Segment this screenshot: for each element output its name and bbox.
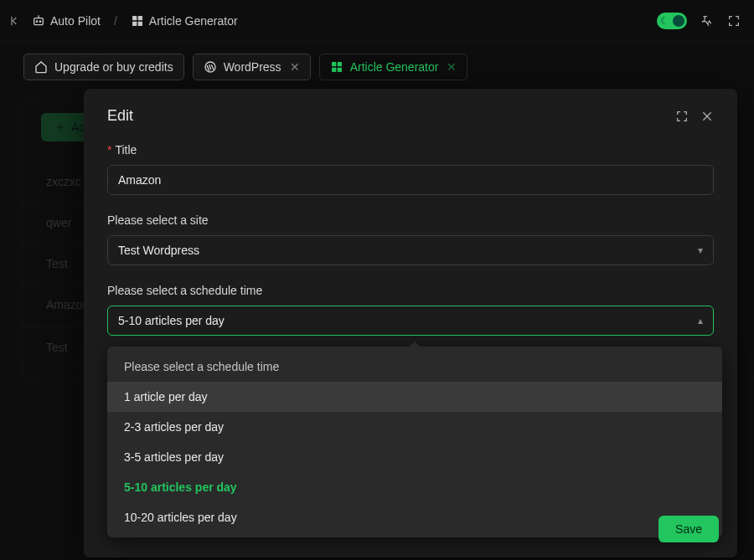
chevron-down-icon: ▾	[698, 244, 703, 256]
sidebar-collapse-icon[interactable]	[8, 14, 22, 28]
moon-icon: ☾	[660, 15, 669, 27]
title-input[interactable]	[107, 165, 714, 195]
svg-rect-10	[332, 68, 336, 72]
svg-rect-6	[137, 21, 142, 25]
tab-upgrade-label: Upgrade or buy credits	[54, 60, 173, 74]
language-icon[interactable]	[700, 14, 714, 28]
svg-rect-9	[337, 62, 341, 66]
breadcrumb-section-label: Article Generator	[149, 14, 238, 28]
dropdown-option[interactable]: 1 article per day	[107, 382, 722, 412]
breadcrumb: Auto Pilot / Article Generator	[8, 14, 238, 28]
svg-rect-0	[34, 18, 44, 24]
breadcrumb-root-label: Auto Pilot	[50, 14, 101, 28]
dropdown-option[interactable]: 2-3 articles per day	[107, 412, 722, 442]
svg-rect-4	[137, 16, 142, 20]
fullscreen-icon[interactable]	[727, 14, 741, 28]
grid-icon	[131, 14, 144, 28]
svg-rect-5	[132, 21, 137, 25]
close-icon[interactable]: ✕	[290, 60, 300, 74]
required-asterisk: *	[107, 143, 111, 157]
svg-rect-3	[132, 16, 137, 20]
dropdown-placeholder[interactable]: Please select a schedule time	[107, 352, 722, 382]
svg-point-1	[36, 21, 37, 22]
wordpress-icon	[204, 60, 217, 74]
tab-wordpress[interactable]: WordPress ✕	[193, 54, 311, 80]
modal-title: Edit	[107, 107, 133, 125]
modal-header: Edit	[107, 107, 714, 125]
dropdown-option[interactable]: 10-20 articles per day	[107, 502, 722, 532]
site-select-value: Test Wordpress	[118, 244, 199, 257]
tab-article-generator[interactable]: Article Generator ✕	[319, 54, 468, 80]
tab-article-generator-label: Article Generator	[350, 60, 439, 74]
svg-point-2	[39, 21, 40, 22]
svg-rect-11	[337, 68, 341, 72]
dark-mode-toggle[interactable]: ☾	[657, 13, 687, 29]
grid-icon	[330, 60, 343, 74]
robot-icon	[32, 14, 45, 28]
tab-strip: Upgrade or buy credits WordPress ✕ Artic…	[0, 42, 754, 90]
chevron-up-icon: ▴	[698, 315, 703, 326]
close-icon[interactable]: ✕	[447, 60, 457, 74]
schedule-select[interactable]: 5-10 articles per day ▴	[107, 306, 714, 336]
breadcrumb-section[interactable]: Article Generator	[131, 14, 238, 28]
schedule-select-value: 5-10 articles per day	[118, 314, 225, 327]
save-button[interactable]: Save	[658, 516, 719, 542]
plus-icon: ＋	[54, 120, 66, 135]
close-icon[interactable]	[700, 110, 714, 123]
schedule-label: Please select a schedule time	[107, 284, 714, 297]
top-bar-actions: ☾	[657, 13, 741, 29]
save-button-label: Save	[675, 522, 702, 536]
edit-modal: Edit *Title Please select a site Test Wo…	[84, 89, 737, 557]
title-label: *Title	[107, 143, 714, 157]
expand-icon[interactable]	[675, 110, 689, 123]
schedule-dropdown: Please select a schedule time 1 article …	[107, 347, 722, 537]
breadcrumb-root[interactable]: Auto Pilot	[32, 14, 101, 28]
site-label: Please select a site	[107, 213, 714, 227]
home-icon	[34, 60, 48, 74]
breadcrumb-separator: /	[114, 14, 117, 28]
dropdown-option[interactable]: 5-10 articles per day	[107, 472, 722, 502]
site-select[interactable]: Test Wordpress ▾	[107, 235, 714, 265]
tab-upgrade[interactable]: Upgrade or buy credits	[23, 54, 184, 80]
dropdown-option[interactable]: 3-5 articles per day	[107, 442, 722, 472]
svg-rect-8	[332, 62, 336, 66]
top-bar: Auto Pilot / Article Generator ☾	[0, 0, 754, 42]
tab-wordpress-label: WordPress	[224, 60, 281, 74]
